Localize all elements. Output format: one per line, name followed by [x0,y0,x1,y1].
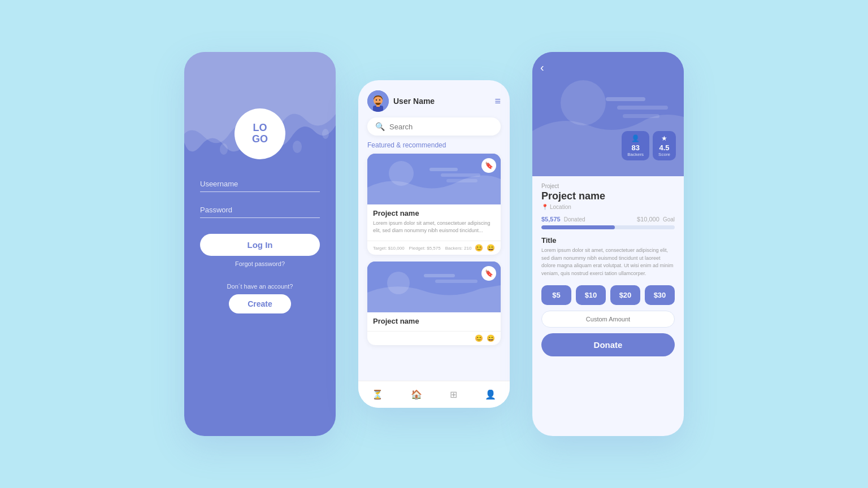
svg-rect-23 [623,114,659,118]
no-account-text: Don´t have an account? [227,283,293,290]
back-button[interactable]: ‹ [540,61,544,74]
amount-5-button[interactable]: $5 [541,285,571,305]
backers-count: 83 [631,143,639,152]
username-input[interactable] [200,176,320,192]
nav-home-icon[interactable]: 🏠 [411,389,422,400]
card-1-actions: 😊 😄 [475,244,495,252]
detail-hero: ‹ 👤 83 Backers ★ 4.5 Score [532,52,684,176]
svg-point-20 [561,80,606,125]
detail-screen: ‹ 👤 83 Backers ★ 4.5 Score Project Proje… [532,52,684,436]
card-2-title: Project name [373,317,495,325]
avatar [367,90,389,112]
custom-amount-input[interactable] [541,311,675,328]
nav-profile-icon[interactable]: 👤 [485,389,496,400]
funding-row: $5,575 Donated $10,000 Goal [541,216,675,223]
score-label: Score [658,152,670,157]
svg-rect-12 [429,168,458,171]
card-1-pledged: Pledget: $5,575 [409,246,441,251]
nav-grid-icon[interactable]: ⊞ [450,389,457,400]
backers-icon: 👤 [631,134,640,142]
score-value: 4.5 [659,143,670,152]
donated-amount: $5,575 Donated [541,216,585,223]
bottom-nav: ⏳ 🏠 ⊞ 👤 [358,381,510,408]
location-pin-icon: 📍 [541,204,548,210]
section-label: Featured & recommended [358,141,510,154]
svg-point-9 [379,99,380,101]
svg-rect-21 [606,97,645,101]
password-input[interactable] [200,202,320,218]
svg-point-8 [376,99,377,101]
card-1-footer: Target: $10,000 Pledget: $5,575 Backers:… [367,241,501,255]
feed-card-2: 🔖 Project name 😊 😄 [367,262,501,345]
forgot-password-link[interactable]: Forgot password? [235,260,285,267]
login-form: Log In Forgot password? Don´t have an ac… [184,176,336,313]
project-label: Project [541,183,675,189]
donated-label: Donated [564,216,585,223]
bookmark-icon-1[interactable]: 🔖 [481,158,496,173]
score-badge: ★ 4.5 Score [653,131,676,160]
svg-point-3 [322,129,329,139]
card-2-share-icon[interactable]: 😄 [487,334,495,342]
svg-rect-18 [435,280,478,283]
card-2-body: Project name [367,312,501,331]
card-1-like-icon[interactable]: 😊 [475,244,483,252]
goal-label: Goal [663,216,675,223]
card-1-desc: Lorem ipsum dolor sit amet, consectetuer… [373,220,495,234]
card-2-footer: 😊 😄 [367,331,501,345]
backers-badge: 👤 83 Backers [622,131,649,160]
svg-rect-14 [446,179,478,182]
donate-button[interactable]: Donate [541,333,675,356]
detail-body: Project Project name 📍 Location $5,575 D… [532,176,684,363]
amount-20-button[interactable]: $20 [610,285,640,305]
logo-circle: LO GO [235,108,285,159]
svg-point-1 [293,141,302,153]
svg-rect-17 [424,274,455,277]
search-bar: 🔍 [367,117,501,136]
card-1-body: Project name Lorem ipsum dolor sit amet,… [367,204,501,241]
amount-10-button[interactable]: $10 [576,285,606,305]
goal-amount: $10,000 Goal [637,216,675,223]
svg-rect-13 [441,173,480,177]
login-screen: LO GO Log In Forgot password? Don´t have… [184,52,336,436]
amount-30-button[interactable]: $30 [645,285,675,305]
backers-label: Backers [627,152,644,157]
card-1-title: Project name [373,209,495,217]
menu-icon[interactable]: ≡ [494,95,501,107]
feed-screen: User Name ≡ 🔍 Featured & recommended 🔖 P… [358,80,510,408]
svg-rect-22 [617,106,668,110]
card-2-image: 🔖 [367,262,501,312]
card-1-image: 🔖 [367,154,501,204]
svg-point-2 [220,143,228,155]
card-1-target: Target: $10,000 [373,246,405,251]
nav-timer-icon[interactable]: ⏳ [372,389,383,400]
content-desc: Lorem ipsum dolor sit amet, consectetuer… [541,247,675,277]
card-1-share-icon[interactable]: 😄 [487,244,495,252]
login-button[interactable]: Log In [200,234,320,256]
project-name: Project name [541,190,675,202]
content-title: Title [541,236,675,245]
progress-bar-fill [541,225,615,229]
card-2-actions: 😊 😄 [475,334,495,342]
detail-stats: 👤 83 Backers ★ 4.5 Score [622,131,676,160]
card-2-like-icon[interactable]: 😊 [475,334,483,342]
card-1-backers: Backers: 210 [445,246,472,251]
create-account-button[interactable]: Create [229,294,291,313]
feed-card-1: 🔖 Project name Lorem ipsum dolor sit ame… [367,154,501,255]
location: 📍 Location [541,204,675,210]
progress-bar-bg [541,225,675,229]
feed-user-name: User Name [393,97,435,106]
search-icon: 🔍 [375,122,385,131]
logo-text: LO GO [252,123,268,145]
amount-buttons: $5 $10 $20 $30 [541,285,675,305]
bookmark-icon-2[interactable]: 🔖 [481,266,496,281]
score-icon: ★ [661,134,667,142]
search-input[interactable] [389,123,493,131]
feed-header: User Name ≡ [358,80,510,117]
